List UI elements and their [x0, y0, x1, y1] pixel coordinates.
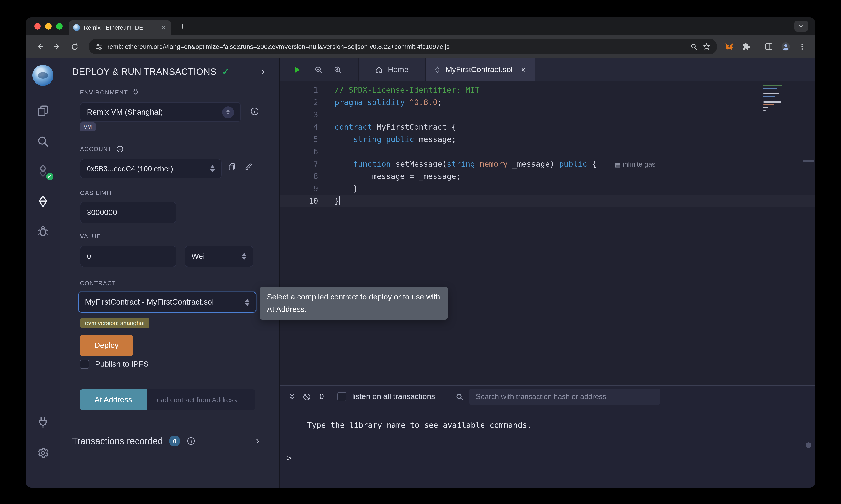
pending-transactions-count: 0	[320, 392, 324, 401]
publish-ipfs-label: Publish to IPFS	[95, 360, 149, 369]
solidity-file-icon	[434, 66, 441, 73]
code-line[interactable]: 9 }	[280, 183, 816, 195]
home-icon	[375, 66, 383, 74]
browser-tab[interactable]: Remix - Ethereum IDE	[69, 20, 171, 35]
compiler-success-badge-icon: ✓	[46, 173, 53, 180]
tab-search-button[interactable]	[794, 20, 808, 32]
transactions-info-icon[interactable]	[187, 436, 196, 446]
sidebar-item-deploy-and-run[interactable]	[25, 195, 60, 208]
browser-window: Remix - Ethereum IDE remix.ethereum.org/…	[25, 17, 816, 488]
close-window-button[interactable]	[34, 23, 41, 30]
account-select[interactable]: 0x5B3...eddC4 (100 ether)	[80, 159, 222, 179]
transactions-expand-icon[interactable]	[254, 437, 261, 445]
panel-title: DEPLOY & RUN TRANSACTIONS	[72, 67, 217, 77]
value-unit-select[interactable]: Wei	[185, 246, 253, 267]
environment-info-icon[interactable]	[250, 107, 259, 116]
listen-transactions-label: listen on all transactions	[352, 392, 435, 401]
panel-divider	[72, 424, 268, 424]
plug-icon	[132, 89, 139, 96]
add-account-icon[interactable]	[116, 145, 124, 153]
account-select-arrows-icon	[210, 165, 215, 172]
tab-home[interactable]: Home	[358, 58, 425, 81]
bookmark-star-icon[interactable]	[703, 42, 711, 51]
browser-tab-title: Remix - Ethereum IDE	[84, 24, 160, 31]
editor-scrollbar[interactable]	[803, 160, 814, 162]
code-line[interactable]: 5 string public message;	[280, 133, 816, 146]
reload-button[interactable]	[67, 39, 82, 54]
zoom-out-button[interactable]	[311, 62, 326, 77]
code-line[interactable]: 1// SPDX-License-Identifier: MIT	[280, 84, 816, 96]
at-address-input[interactable]	[147, 390, 255, 410]
code-line[interactable]: 7 function setMessage(string memory _mes…	[280, 158, 816, 170]
terminal: 0 listen on all transactions Type the li…	[280, 385, 816, 488]
remix-logo[interactable]	[25, 65, 60, 86]
code-line[interactable]: 2pragma solidity ^0.8.0;	[280, 96, 816, 109]
infinite-gas-annotation: infinite gas	[615, 160, 656, 168]
panel-check-icon: ✓	[222, 67, 229, 77]
evm-version-badge: evm version: shanghai	[80, 318, 150, 328]
contract-label: CONTRACT	[80, 280, 116, 287]
environment-select[interactable]: Remix VM (Shanghai)	[80, 102, 241, 122]
tab-myfirstcontract[interactable]: MyFirstContract.sol	[425, 58, 535, 81]
side-panel-icon[interactable]	[764, 42, 773, 51]
sidebar-item-settings[interactable]	[25, 447, 60, 459]
code-line[interactable]: 8 message = _message;	[280, 170, 816, 183]
contract-select-arrows-icon	[245, 299, 250, 306]
transactions-recorded-label: Transactions recorded	[72, 436, 163, 446]
sidebar-item-debugger[interactable]	[25, 224, 60, 238]
zoom-in-button[interactable]	[330, 62, 345, 77]
minimap[interactable]	[763, 85, 790, 111]
edit-account-icon[interactable]	[244, 163, 253, 171]
tab-close-icon[interactable]	[160, 24, 167, 31]
remix-favicon-icon	[73, 24, 80, 31]
environment-select-arrows-icon	[222, 106, 234, 118]
sidebar-item-solidity-compiler[interactable]: ✓	[25, 164, 60, 178]
zoom-window-button[interactable]	[56, 23, 63, 30]
at-address-button[interactable]: At Address	[80, 390, 147, 410]
unit-select-arrows-icon	[242, 253, 246, 260]
run-script-button[interactable]	[289, 62, 304, 77]
code-line[interactable]: 6	[280, 146, 816, 158]
zoom-icon[interactable]	[690, 43, 698, 51]
sidebar-item-file-explorer[interactable]	[25, 104, 60, 118]
value-label: VALUE	[80, 233, 101, 240]
publish-ipfs-checkbox[interactable]	[80, 360, 89, 369]
listen-transactions-checkbox[interactable]	[338, 392, 347, 401]
menu-icon[interactable]	[798, 42, 806, 51]
new-tab-button[interactable]	[176, 20, 189, 32]
deploy-button[interactable]: Deploy	[80, 335, 133, 356]
terminal-output[interactable]: Type the library name to see available c…	[280, 408, 816, 488]
code-line[interactable]: 3	[280, 109, 816, 121]
contract-tooltip: Select a compiled contract to deploy or …	[260, 287, 448, 320]
value-input[interactable]	[80, 246, 176, 267]
code-line[interactable]: 10}	[280, 195, 816, 207]
clear-console-icon[interactable]	[303, 392, 311, 401]
extensions-icon[interactable]	[741, 42, 751, 51]
terminal-scroll-handle[interactable]	[806, 443, 811, 448]
sidebar-item-search[interactable]	[25, 135, 60, 148]
url-text: remix.ethereum.org/#lang=en&optimize=fal…	[107, 43, 686, 50]
sidebar-item-plugin-manager[interactable]	[25, 416, 60, 429]
collapse-terminal-icon[interactable]	[288, 393, 296, 401]
deploy-run-panel: DEPLOY & RUN TRANSACTIONS ✓ ENVIRONMENT …	[60, 58, 280, 488]
vm-badge: VM	[80, 122, 96, 131]
contract-select[interactable]: MyFirstContract - MyFirstContract.sol	[78, 292, 256, 313]
terminal-search-icon	[455, 392, 464, 401]
minimize-window-button[interactable]	[45, 23, 52, 30]
copy-account-icon[interactable]	[228, 163, 236, 171]
screen: Remix - Ethereum IDE remix.ethereum.org/…	[0, 0, 841, 504]
address-bar[interactable]: remix.ethereum.org/#lang=en&optimize=fal…	[89, 39, 717, 54]
code-line[interactable]: 4contract MyFirstContract {	[280, 121, 816, 133]
code-editor[interactable]: 1// SPDX-License-Identifier: MIT2pragma …	[280, 81, 816, 385]
site-settings-icon[interactable]	[95, 43, 103, 51]
terminal-prompt[interactable]: >	[287, 453, 292, 463]
forward-button[interactable]	[49, 39, 65, 54]
back-button[interactable]	[32, 39, 48, 54]
terminal-message: Type the library name to see available c…	[307, 420, 532, 430]
terminal-search-input[interactable]	[469, 389, 660, 405]
metamask-icon[interactable]	[724, 42, 734, 51]
panel-collapse-icon[interactable]	[260, 68, 267, 75]
gas-limit-input[interactable]	[80, 202, 176, 223]
tab-close-icon[interactable]	[520, 67, 527, 73]
profile-icon[interactable]	[781, 41, 791, 52]
